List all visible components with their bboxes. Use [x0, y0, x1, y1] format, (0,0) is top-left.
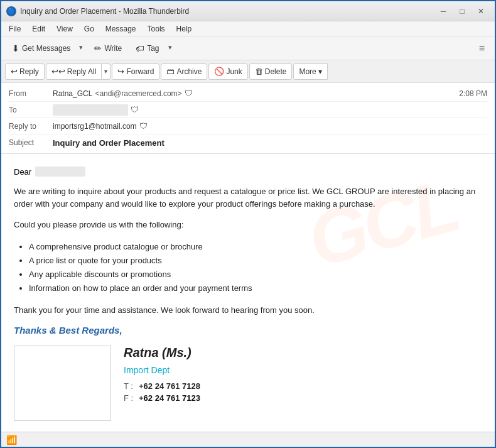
paragraph-1: We are writing to inquire about your pro…: [14, 185, 482, 210]
tag-dropdown[interactable]: ▾: [165, 40, 175, 57]
menu-file[interactable]: File: [4, 23, 26, 35]
menu-bar: File Edit View Go Message Tools Help: [1, 21, 495, 36]
from-value: Ratna_GCL <andi@racemerced.com> 🛡: [53, 89, 459, 98]
subject-row: Subject Inquiry and Order Placement: [9, 134, 487, 151]
more-button[interactable]: More ▾: [293, 63, 327, 80]
minimize-button[interactable]: ─: [434, 4, 452, 18]
sig-fax-label: F :: [124, 393, 136, 403]
junk-icon: 🚫: [214, 67, 224, 76]
main-toolbar: ⬇ Get Messages ▾ ✏ Write 🏷 Tag ▾ ≡: [1, 36, 495, 60]
to-row: To 🛡: [9, 102, 487, 118]
tag-group: 🏷 Tag ▾: [130, 40, 175, 57]
delete-button[interactable]: 🗑 Delete: [249, 63, 293, 80]
signature-logo: [14, 346, 111, 421]
reply-to-label: Reply to: [9, 122, 53, 131]
bullet-list: A comprehensive product catalogue or bro…: [29, 240, 482, 295]
email-time: 2:08 PM: [459, 89, 487, 98]
menu-help[interactable]: Help: [171, 23, 197, 35]
sig-dept: Import Dept: [124, 365, 200, 375]
menu-view[interactable]: View: [51, 23, 78, 35]
reply-all-button[interactable]: ↩↩ Reply All: [46, 63, 102, 80]
paragraph-3: Thank you for your time and assistance. …: [14, 304, 482, 317]
reply-all-group: ↩↩ Reply All ▾: [46, 63, 111, 80]
dear-line: Dear: [14, 167, 482, 177]
list-item: A comprehensive product catalogue or bro…: [29, 240, 482, 254]
delete-icon: 🗑: [255, 67, 263, 76]
maximize-button[interactable]: □: [453, 4, 471, 18]
title-bar: 🔵 Inquiry and Order Placement - Mozilla …: [1, 1, 495, 21]
get-messages-group: ⬇ Get Messages ▾: [6, 40, 86, 57]
sig-tel-label: T :: [124, 381, 136, 391]
thanks-line: Thanks & Best Regards,: [14, 325, 482, 336]
email-content: Dear We are writing to inquire about you…: [14, 167, 482, 421]
reply-to-row: Reply to importsrg1@hotmail.com 🛡: [9, 118, 487, 134]
close-button[interactable]: ✕: [472, 4, 490, 18]
hamburger-menu[interactable]: ≡: [474, 40, 490, 57]
archive-button[interactable]: 🗃 Archive: [161, 63, 207, 80]
reply-all-icon: ↩↩: [51, 67, 65, 76]
forward-icon: ↪: [117, 67, 124, 76]
subject-label: Subject: [9, 138, 53, 147]
window-controls: ─ □ ✕: [434, 4, 490, 18]
junk-button[interactable]: 🚫 Junk: [208, 63, 247, 80]
sig-tel-row: T : +62 24 761 7128: [124, 381, 200, 391]
email-body: GCL Dear We are writing to inquire about…: [1, 154, 495, 432]
list-item: Information on how to place an order and…: [29, 281, 482, 295]
dear-name-placeholder: [35, 167, 85, 177]
dear-prefix: Dear: [14, 167, 31, 177]
tag-button[interactable]: 🏷 Tag: [130, 40, 164, 57]
reply-button[interactable]: ↩ Reply: [5, 63, 45, 80]
sig-fax-number: +62 24 761 7123: [139, 393, 200, 403]
sig-tel-number: +62 24 761 7128: [139, 381, 200, 391]
list-item: Any applicable discounts or promotions: [29, 268, 482, 281]
action-bar: ↩ Reply ↩↩ Reply All ▾ ↪ Forward 🗃 Archi…: [1, 60, 495, 83]
from-row: From Ratna_GCL <andi@racemerced.com> 🛡 2…: [9, 85, 487, 102]
more-group: More ▾: [293, 63, 327, 80]
email-header: From Ratna_GCL <andi@racemerced.com> 🛡 2…: [1, 83, 495, 154]
sig-name: Ratna (Ms.): [124, 346, 200, 360]
get-messages-icon: ⬇: [12, 43, 19, 53]
get-messages-dropdown[interactable]: ▾: [76, 40, 86, 57]
status-bar: 📶: [1, 432, 495, 447]
email-subject: Inquiry and Order Placement: [53, 138, 164, 148]
reply-to-value: importsrg1@hotmail.com 🛡: [53, 121, 487, 131]
forward-button[interactable]: ↪ Forward: [112, 63, 159, 80]
signature-section: Ratna (Ms.) Import Dept T : +62 24 761 7…: [14, 346, 482, 421]
sender-name: Ratna_GCL: [53, 89, 92, 98]
sender-email: <andi@racemerced.com>: [95, 89, 181, 98]
tag-icon: 🏷: [136, 43, 144, 53]
title-bar-left: 🔵 Inquiry and Order Placement - Mozilla …: [6, 6, 189, 16]
from-label: From: [9, 89, 53, 98]
menu-message[interactable]: Message: [100, 23, 141, 35]
get-messages-button[interactable]: ⬇ Get Messages: [6, 40, 76, 57]
to-value: 🛡: [53, 104, 487, 116]
window-title: Inquiry and Order Placement - Mozilla Th…: [20, 7, 189, 16]
reply-to-email: importsrg1@hotmail.com: [53, 122, 137, 131]
wifi-icon: 📶: [6, 435, 17, 445]
reply-icon: ↩: [11, 67, 18, 76]
reply-all-dropdown[interactable]: ▾: [102, 63, 111, 80]
write-button[interactable]: ✏ Write: [89, 40, 127, 57]
menu-tools[interactable]: Tools: [143, 23, 170, 35]
sig-fax-row: F : +62 24 761 7123: [124, 393, 200, 403]
to-shield-icon[interactable]: 🛡: [131, 105, 139, 114]
app-icon: 🔵: [6, 6, 16, 16]
write-icon: ✏: [94, 43, 102, 53]
paragraph-2: Could you please provide us with the fol…: [14, 219, 482, 231]
to-recipient-box: [53, 104, 128, 116]
menu-edit[interactable]: Edit: [27, 23, 50, 35]
archive-icon: 🗃: [166, 67, 175, 76]
to-label: To: [9, 106, 53, 114]
shield-icon[interactable]: 🛡: [185, 89, 193, 98]
signature-details: Ratna (Ms.) Import Dept T : +62 24 761 7…: [124, 346, 200, 421]
reply-shield-icon[interactable]: 🛡: [139, 121, 148, 131]
thunderbird-window: 🔵 Inquiry and Order Placement - Mozilla …: [0, 0, 496, 448]
more-dropdown-icon: ▾: [318, 67, 322, 76]
menu-go[interactable]: Go: [79, 23, 99, 35]
list-item: A price list or quote for your products: [29, 254, 482, 268]
